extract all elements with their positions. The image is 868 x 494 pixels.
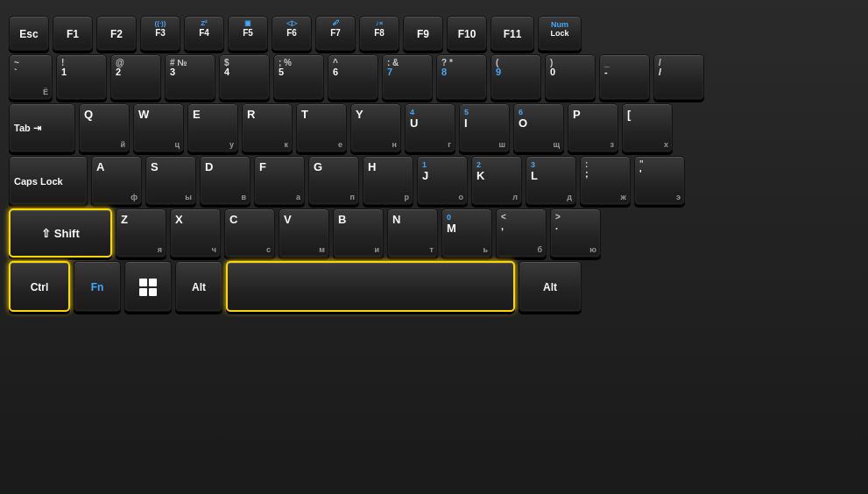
key-quote[interactable]: " ' э — [634, 156, 685, 205]
num-row: ~ ` Ё ! 1 @ 2 # № 3 $ 4 — [9, 54, 859, 100]
key-b[interactable]: B и — [333, 208, 384, 258]
key-alt-left[interactable]: Alt — [175, 261, 222, 312]
key-x[interactable]: X ч — [170, 208, 221, 258]
key-tab[interactable]: Tab ⇥ — [9, 103, 75, 152]
key-s[interactable]: S ы — [145, 156, 196, 205]
fn-row: Esc F1 F2 ((·)) F3 Z² F4 ▣ F5 ◁▷ F6 🖊 F7 — [9, 16, 859, 51]
key-capslock[interactable]: Caps Lock — [9, 156, 88, 205]
asdf-row: Caps Lock A ф S ы D в F а G п H р 1 J о — [9, 156, 859, 205]
key-f3[interactable]: ((·)) F3 — [140, 16, 180, 51]
key-period[interactable]: > . ю — [550, 208, 601, 258]
key-r[interactable]: R к — [242, 103, 293, 152]
keyboard: Esc F1 F2 ((·)) F3 Z² F4 ▣ F5 ◁▷ F6 🖊 F7 — [0, 0, 868, 494]
key-l[interactable]: 3 L д — [526, 156, 576, 205]
key-y[interactable]: Y н — [350, 103, 401, 152]
key-i[interactable]: 5 I ш — [459, 103, 510, 152]
key-o[interactable]: 6 O щ — [513, 103, 564, 152]
key-9[interactable]: ( 9 — [490, 54, 541, 100]
key-q[interactable]: Q й — [79, 103, 130, 152]
key-g[interactable]: G п — [308, 156, 359, 205]
key-f6[interactable]: ◁▷ F6 — [272, 16, 312, 51]
key-e[interactable]: E у — [187, 103, 238, 152]
key-m[interactable]: 0 M ь — [441, 208, 492, 258]
qwerty-row: Tab ⇥ Q й W ц E у R к T е Y н 4 U г — [9, 103, 859, 152]
key-a[interactable]: A ф — [91, 156, 142, 205]
key-v[interactable]: V м — [279, 208, 329, 258]
key-3[interactable]: # № 3 — [165, 54, 215, 100]
key-8[interactable]: ? * 8 — [436, 54, 487, 100]
key-2[interactable]: @ 2 — [110, 54, 161, 100]
key-f1[interactable]: F1 — [53, 16, 93, 51]
key-4[interactable]: $ 4 — [219, 54, 270, 100]
key-f[interactable]: F а — [254, 156, 305, 205]
key-z[interactable]: Z я — [116, 208, 166, 258]
key-5[interactable]: ; % 5 — [273, 54, 324, 100]
key-d[interactable]: D в — [200, 156, 251, 205]
bottom-row: Ctrl Fn Alt Alt — [9, 261, 859, 312]
zxcv-row: ⇧ Shift Z я X ч C с V м B и N т 0 M ь — [9, 208, 859, 258]
key-esc[interactable]: Esc — [9, 16, 49, 51]
svg-rect-3 — [149, 288, 157, 296]
key-c[interactable]: C с — [224, 208, 275, 258]
key-p[interactable]: P з — [568, 103, 618, 152]
key-alt-right[interactable]: Alt — [519, 261, 582, 312]
key-h[interactable]: H р — [363, 156, 413, 205]
key-1[interactable]: ! 1 — [56, 54, 107, 100]
key-slash[interactable]: / / — [653, 54, 704, 100]
key-w[interactable]: W ц — [133, 103, 184, 152]
svg-rect-0 — [139, 279, 147, 286]
key-f8[interactable]: ♪× F8 — [359, 16, 399, 51]
key-j[interactable]: 1 J о — [417, 156, 468, 205]
key-f7[interactable]: 🖊 F7 — [315, 16, 356, 51]
key-tilde[interactable]: ~ ` Ё — [9, 54, 53, 100]
key-ctrl[interactable]: Ctrl — [9, 261, 70, 312]
key-f4[interactable]: Z² F4 — [184, 16, 224, 51]
key-semicolon[interactable]: : ; ж — [580, 156, 631, 205]
key-win[interactable] — [124, 261, 172, 312]
key-6[interactable]: ^ 6 — [328, 54, 378, 100]
key-dash[interactable]: _ - — [599, 54, 650, 100]
key-0[interactable]: ) 0 — [545, 54, 596, 100]
key-shift-left[interactable]: ⇧ Shift — [9, 208, 112, 258]
key-f2[interactable]: F2 — [96, 16, 137, 51]
key-fn[interactable]: Fn — [74, 261, 121, 312]
key-comma[interactable]: < , б — [496, 208, 547, 258]
key-7[interactable]: : & 7 — [382, 54, 433, 100]
key-f11[interactable]: F11 — [490, 16, 534, 51]
key-k[interactable]: 2 K л — [471, 156, 522, 205]
svg-rect-1 — [149, 279, 157, 286]
key-space[interactable] — [226, 261, 515, 312]
key-n[interactable]: N т — [387, 208, 438, 258]
key-f9[interactable]: F9 — [403, 16, 443, 51]
key-t[interactable]: T е — [296, 103, 347, 152]
svg-rect-2 — [139, 288, 147, 296]
key-bracket-open[interactable]: [ х — [622, 103, 673, 152]
key-f10[interactable]: F10 — [447, 16, 487, 51]
key-u[interactable]: 4 U г — [405, 103, 455, 152]
key-f5[interactable]: ▣ F5 — [228, 16, 268, 51]
key-numlock[interactable]: Num Lock — [538, 16, 582, 51]
